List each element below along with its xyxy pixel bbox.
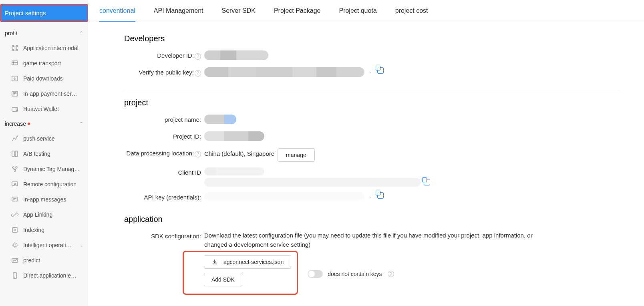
- svg-point-13: [14, 170, 16, 171]
- developer-id-label: Developer ID:?: [124, 50, 204, 60]
- toggle-label: does not contain keys: [328, 271, 382, 277]
- sidebar-item-label: push service: [23, 135, 55, 142]
- sidebar-item-label: In-app messages: [23, 196, 66, 203]
- tab-conventional[interactable]: conventional: [99, 7, 135, 22]
- divider: [124, 90, 620, 90]
- sidebar-item-intelligent-operations[interactable]: Intelligent operati… ⌄: [0, 238, 88, 253]
- copy-icon[interactable]: [377, 192, 384, 199]
- project-section: project project name: Project ID: Data p…: [124, 98, 620, 203]
- tab-project-package[interactable]: Project Package: [274, 7, 321, 22]
- sidebar-item-label: In-app payment ser…: [23, 91, 77, 97]
- help-icon[interactable]: ?: [195, 151, 201, 157]
- svg-point-0: [12, 45, 14, 47]
- project-heading: project: [124, 98, 620, 107]
- svg-point-3: [16, 49, 18, 51]
- developers-section: Developers Developer ID:? Verify the pub…: [124, 34, 620, 79]
- sidebar-item-paid-downloads[interactable]: Paid downloads: [0, 71, 88, 86]
- direct-icon: [11, 272, 18, 279]
- svg-rect-16: [12, 197, 18, 201]
- application-section: application SDK configuration: Download …: [124, 215, 620, 295]
- sidebar-item-dynamic-tag[interactable]: Dynamic Tag Manag…: [0, 161, 88, 177]
- sidebar-item-ab-testing[interactable]: A/B testing: [0, 146, 88, 161]
- svg-point-12: [16, 167, 17, 168]
- sidebar-section-profit[interactable]: profit ⌃: [0, 26, 88, 40]
- chevron-up-icon: ⌃: [79, 121, 83, 127]
- section-label: profit: [5, 30, 17, 36]
- download-icon: [211, 259, 218, 265]
- sidebar-item-indexing[interactable]: Indexing: [0, 222, 88, 238]
- indexing-icon: [11, 226, 18, 234]
- sidebar-item-label: App Linking: [23, 211, 52, 218]
- svg-point-11: [12, 167, 14, 168]
- api-key-value: .: [204, 192, 620, 200]
- linking-icon: [11, 211, 18, 218]
- wallet-icon: [11, 105, 18, 113]
- predict-icon: [11, 257, 18, 264]
- sidebar-item-game-transport[interactable]: game transport: [0, 56, 88, 71]
- separator-dot: .: [370, 192, 372, 199]
- tab-project-quota[interactable]: Project quota: [339, 7, 376, 22]
- copy-icon[interactable]: [377, 67, 384, 74]
- svg-point-18: [14, 244, 16, 246]
- section-label: increase: [5, 121, 26, 127]
- svg-point-21: [15, 277, 15, 278]
- contains-keys-toggle[interactable]: [308, 270, 323, 278]
- tab-project-cost[interactable]: project cost: [395, 7, 428, 22]
- sidebar-item-direct-application[interactable]: Direct application e…: [0, 268, 88, 283]
- remote-icon: [11, 181, 18, 188]
- sidebar-item-huawei-wallet[interactable]: Huawei Wallet: [0, 101, 88, 117]
- sidebar-item-label: Indexing: [23, 227, 44, 233]
- sidebar-item-app-linking[interactable]: App Linking: [0, 207, 88, 222]
- data-processing-location-value: China (default), Singapore: [204, 148, 274, 157]
- sidebar-item-label: Application intermodal: [23, 45, 78, 51]
- game-icon: [11, 60, 18, 67]
- ab-icon: [11, 150, 18, 157]
- chevron-up-icon: ⌃: [79, 30, 83, 36]
- sidebar-item-predict[interactable]: predict: [0, 253, 88, 268]
- svg-rect-10: [15, 151, 18, 157]
- svg-point-15: [14, 183, 16, 185]
- api-key-label: API key (credentials):: [124, 192, 204, 201]
- project-id-value: [204, 131, 620, 141]
- client-id-label: Client ID: [124, 167, 204, 176]
- verify-public-key-value: .: [204, 67, 620, 77]
- sidebar-item-label: Remote configuration: [23, 181, 76, 187]
- add-sdk-button[interactable]: Add SDK: [204, 273, 242, 286]
- developer-id-value: [204, 50, 620, 60]
- data-processing-location-label: Data processing location:?: [124, 148, 204, 157]
- sdk-configuration-label: SDK configuration:: [124, 231, 204, 240]
- sidebar-header-project-settings[interactable]: Project settings: [0, 4, 88, 22]
- sidebar-item-push-service[interactable]: push service: [0, 131, 88, 146]
- sidebar-item-label: game transport: [23, 60, 61, 66]
- sidebar-item-in-app-payment[interactable]: In-app payment ser…: [0, 86, 88, 101]
- tag-icon: [11, 165, 18, 173]
- sidebar-item-application-intermodal[interactable]: Application intermodal: [0, 40, 88, 56]
- help-icon[interactable]: ?: [388, 271, 394, 277]
- help-icon[interactable]: ?: [195, 70, 201, 76]
- project-name-label: project name:: [124, 115, 204, 123]
- sidebar-item-label: Direct application e…: [23, 272, 76, 279]
- sidebar-item-in-app-messages[interactable]: In-app messages: [0, 192, 88, 207]
- client-id-value: [204, 167, 620, 187]
- svg-point-1: [16, 45, 18, 47]
- svg-rect-14: [12, 182, 18, 186]
- messages-icon: [11, 196, 18, 203]
- svg-rect-9: [12, 151, 14, 157]
- copy-icon[interactable]: [424, 179, 430, 185]
- tab-api-management[interactable]: API Management: [154, 7, 203, 22]
- intelligent-icon: [11, 242, 18, 249]
- manage-button[interactable]: manage: [278, 148, 315, 162]
- tab-server-sdk[interactable]: Server SDK: [221, 7, 255, 22]
- svg-rect-4: [12, 61, 18, 65]
- sidebar-item-label: Dynamic Tag Manag…: [23, 166, 80, 172]
- download-button-label: agconnect-services.json: [223, 259, 284, 265]
- paid-icon: [11, 75, 18, 82]
- developers-heading: Developers: [124, 34, 620, 43]
- help-icon[interactable]: ?: [195, 53, 201, 60]
- download-agconnect-button[interactable]: agconnect-services.json: [204, 255, 291, 269]
- application-heading: application: [124, 215, 620, 224]
- main-panel: conventional API Management Server SDK P…: [88, 0, 644, 306]
- sidebar-section-increase[interactable]: increase ⌃: [0, 117, 88, 131]
- sidebar-item-remote-config[interactable]: Remote configuration: [0, 177, 88, 192]
- sidebar-item-label: Huawei Wallet: [23, 106, 59, 112]
